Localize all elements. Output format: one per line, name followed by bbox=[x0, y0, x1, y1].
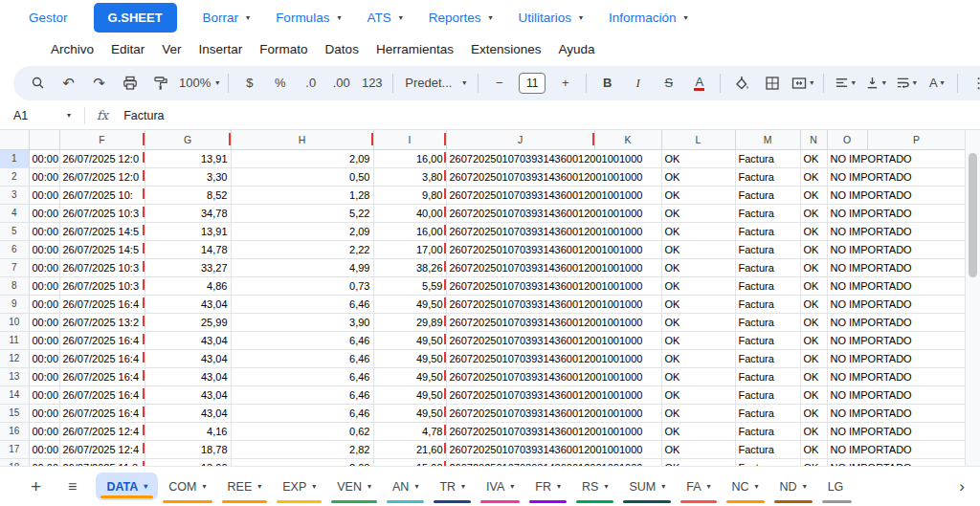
cell-h12[interactable]: 6,46 bbox=[231, 349, 373, 367]
row-header-18[interactable]: 18 bbox=[0, 458, 29, 466]
cell-h8[interactable]: 0,73 bbox=[231, 276, 373, 295]
bold-button[interactable]: B bbox=[592, 71, 622, 96]
sheet-tab-ven[interactable]: VEN▾ bbox=[326, 467, 382, 506]
cell-j17[interactable]: 260720250107039314360012001001000 bbox=[446, 440, 594, 458]
cell-e11[interactable]: 00:00 bbox=[29, 331, 59, 349]
cell-g3[interactable]: 8,52 bbox=[145, 186, 231, 204]
cell-n18[interactable]: OK bbox=[800, 458, 827, 466]
cell-n11[interactable]: OK bbox=[800, 331, 827, 349]
cell-o5[interactable]: NO IMPORTADO bbox=[827, 222, 867, 240]
cell-i11[interactable]: 49,50 bbox=[373, 331, 446, 349]
increase-font-size-button[interactable]: + bbox=[550, 71, 580, 96]
cell-g6[interactable]: 14,78 bbox=[145, 240, 231, 258]
cell-f18[interactable]: 26/07/2025 11:3 bbox=[59, 458, 145, 466]
tabs-scroll-right-button[interactable]: › bbox=[959, 467, 965, 506]
cell-m13[interactable]: Factura bbox=[735, 367, 800, 385]
row-header-3[interactable]: 3 bbox=[0, 186, 29, 204]
cell-e15[interactable]: 00:00 bbox=[29, 404, 59, 422]
cell-e18[interactable]: 00:00 bbox=[29, 458, 59, 466]
cell-o8[interactable]: NO IMPORTADO bbox=[827, 276, 867, 295]
cell-f2[interactable]: 26/07/2025 12:0 bbox=[59, 167, 145, 186]
cell-j16[interactable]: 260720250107039314360012001001000 bbox=[446, 422, 594, 440]
cell-l8[interactable]: OK bbox=[661, 276, 735, 295]
font-size-input[interactable]: 11 bbox=[519, 73, 546, 94]
cell-m9[interactable]: Factura bbox=[735, 295, 800, 313]
cell-g4[interactable]: 34,78 bbox=[145, 204, 231, 222]
cell-m8[interactable]: Factura bbox=[735, 276, 800, 295]
cell-n3[interactable]: OK bbox=[800, 186, 827, 204]
cell-g5[interactable]: 13,91 bbox=[145, 222, 231, 240]
cell-n12[interactable]: OK bbox=[800, 349, 827, 367]
custom-menu-gestor[interactable]: Gestor bbox=[29, 11, 68, 25]
vertical-scrollbar[interactable] bbox=[965, 130, 980, 466]
cell-n1[interactable]: OK bbox=[800, 149, 827, 167]
cell-n9[interactable]: OK bbox=[800, 295, 827, 313]
cell-f8[interactable]: 26/07/2025 10:3 bbox=[59, 276, 145, 295]
cell-e4[interactable]: 00:00 bbox=[29, 204, 59, 222]
all-sheets-button[interactable]: ≡ bbox=[68, 478, 77, 495]
cell-l13[interactable]: OK bbox=[661, 367, 735, 385]
cell-f14[interactable]: 26/07/2025 16:4 bbox=[59, 385, 145, 404]
cell-o6[interactable]: NO IMPORTADO bbox=[827, 240, 867, 258]
row-header-1[interactable]: 1 bbox=[0, 149, 29, 167]
cell-i9[interactable]: 49,50 bbox=[373, 295, 446, 313]
cell-h9[interactable]: 6,46 bbox=[231, 295, 373, 313]
cell-g16[interactable]: 4,16 bbox=[145, 422, 231, 440]
cell-j5[interactable]: 260720250107039314360012001001000 bbox=[446, 222, 594, 240]
cell-m14[interactable]: Factura bbox=[735, 385, 800, 404]
cell-l1[interactable]: OK bbox=[661, 149, 735, 167]
undo-button[interactable]: ↶ bbox=[54, 71, 83, 96]
cell-e6[interactable]: 00:00 bbox=[29, 240, 59, 258]
cell-n10[interactable]: OK bbox=[800, 313, 827, 331]
custom-menu-borrar[interactable]: Borrar▾ bbox=[203, 11, 251, 25]
cell-i15[interactable]: 49,50 bbox=[373, 404, 446, 422]
formula-input[interactable]: Factura bbox=[123, 109, 980, 122]
custom-menu-formulas[interactable]: Formulas▾ bbox=[276, 11, 341, 25]
row-header-5[interactable]: 5 bbox=[0, 222, 29, 240]
zoom-select[interactable]: 100%▾ bbox=[176, 71, 222, 96]
menu-archivo[interactable]: Archivo bbox=[42, 39, 102, 59]
column-header-f[interactable]: F bbox=[59, 130, 145, 150]
cell-i8[interactable]: 5,59 bbox=[373, 276, 446, 295]
menu-herramientas[interactable]: Herramientas bbox=[368, 39, 462, 59]
cell-n5[interactable]: OK bbox=[800, 222, 827, 240]
cell-h16[interactable]: 0,62 bbox=[231, 422, 373, 440]
cell-m12[interactable]: Factura bbox=[735, 349, 800, 367]
cell-f7[interactable]: 26/07/2025 10:3 bbox=[59, 258, 145, 276]
sheet-tab-iva[interactable]: IVA▾ bbox=[476, 467, 524, 506]
cell-j1[interactable]: 260720250107039314360012001001000 bbox=[446, 149, 594, 167]
column-header-p[interactable]: P bbox=[867, 130, 966, 150]
cell-f6[interactable]: 26/07/2025 14:5 bbox=[59, 240, 145, 258]
cell-m3[interactable]: Factura bbox=[735, 186, 800, 204]
cell-m4[interactable]: Factura bbox=[735, 204, 800, 222]
cell-h10[interactable]: 3,90 bbox=[231, 313, 373, 331]
row-header-11[interactable]: 11 bbox=[0, 331, 29, 349]
cell-l6[interactable]: OK bbox=[661, 240, 735, 258]
cell-g7[interactable]: 33,27 bbox=[145, 258, 231, 276]
cell-g17[interactable]: 18,78 bbox=[145, 440, 231, 458]
cell-o12[interactable]: NO IMPORTADO bbox=[827, 349, 867, 367]
sheet-tab-nd[interactable]: ND▾ bbox=[769, 467, 817, 506]
vertical-align-button[interactable]: ▾ bbox=[860, 71, 890, 96]
cell-j7[interactable]: 260720250107039314360012001001000 bbox=[446, 258, 594, 276]
cell-j12[interactable]: 260720250107039314360012001001000 bbox=[446, 349, 594, 367]
cell-i6[interactable]: 17,00 bbox=[373, 240, 446, 258]
cell-h11[interactable]: 6,46 bbox=[231, 331, 373, 349]
cell-g13[interactable]: 43,04 bbox=[145, 367, 231, 385]
row-header-4[interactable]: 4 bbox=[0, 204, 29, 222]
cell-e9[interactable]: 00:00 bbox=[29, 295, 59, 313]
cell-i10[interactable]: 29,89 bbox=[373, 313, 446, 331]
cell-i7[interactable]: 38,26 bbox=[373, 258, 446, 276]
cell-l17[interactable]: OK bbox=[661, 440, 735, 458]
cell-f11[interactable]: 26/07/2025 16:4 bbox=[59, 331, 145, 349]
cell-j11[interactable]: 260720250107039314360012001001000 bbox=[446, 331, 594, 349]
menu-formato[interactable]: Formato bbox=[251, 39, 316, 59]
cell-e13[interactable]: 00:00 bbox=[29, 367, 59, 385]
cell-i2[interactable]: 3,80 bbox=[373, 167, 446, 186]
cell-f13[interactable]: 26/07/2025 16:4 bbox=[59, 367, 145, 385]
cell-m11[interactable]: Factura bbox=[735, 331, 800, 349]
row-header-16[interactable]: 16 bbox=[0, 422, 29, 440]
cell-e5[interactable]: 00:00 bbox=[29, 222, 59, 240]
cell-f15[interactable]: 26/07/2025 16:4 bbox=[59, 404, 145, 422]
cell-m7[interactable]: Factura bbox=[735, 258, 800, 276]
